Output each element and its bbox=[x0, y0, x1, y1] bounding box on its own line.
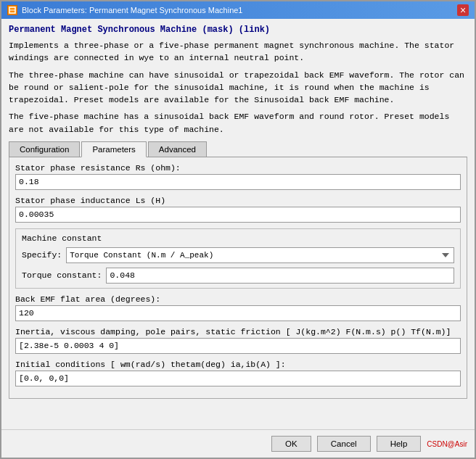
stator-resistance-input[interactable] bbox=[15, 174, 461, 190]
stator-resistance-label: Stator phase resistance Rs (ohm): bbox=[15, 163, 461, 173]
tab-configuration[interactable]: Configuration bbox=[9, 141, 80, 157]
initial-conditions-label: Initial conditions [ wm(rad/s) thetam(de… bbox=[15, 360, 461, 369]
inertia-input[interactable] bbox=[15, 338, 461, 354]
close-button[interactable]: × bbox=[457, 4, 469, 16]
stator-inductance-label: Stator phase inductance Ls (H) bbox=[15, 196, 461, 205]
machine-constant-title: Machine constant bbox=[22, 233, 454, 243]
torque-row: Torque constant: bbox=[22, 268, 454, 284]
inertia-group: Inertia, viscous damping, pole pairs, st… bbox=[15, 327, 461, 354]
tabs-container: Configuration Parameters Advanced bbox=[9, 141, 467, 157]
window-title: Block Parameters: Permanent Magnet Synch… bbox=[22, 6, 243, 15]
torque-label: Torque constant: bbox=[22, 270, 102, 280]
tab-advanced[interactable]: Advanced bbox=[148, 141, 207, 157]
back-emf-input[interactable] bbox=[15, 305, 461, 321]
bottom-buttons: OK Cancel Help CSDN@Asir bbox=[1, 429, 475, 458]
window-icon bbox=[7, 5, 17, 15]
torque-input[interactable] bbox=[106, 268, 454, 284]
back-emf-label: Back EMF flat area (degrees): bbox=[15, 294, 461, 304]
description-para2: The three-phase machine can have sinusoi… bbox=[9, 69, 467, 107]
params-panel: Stator phase resistance Rs (ohm): Stator… bbox=[9, 157, 467, 399]
watermark: CSDN@Asir bbox=[427, 440, 467, 448]
description-title: Permanent Magnet Synchronous Machine (ma… bbox=[9, 25, 467, 35]
inertia-label: Inertia, viscous damping, pole pairs, st… bbox=[15, 327, 461, 336]
help-button[interactable]: Help bbox=[377, 436, 422, 452]
description-para1: Implements a three-phase or a five-phase… bbox=[9, 39, 467, 65]
ok-button[interactable]: OK bbox=[271, 436, 311, 452]
stator-inductance-input[interactable] bbox=[15, 207, 461, 223]
specify-label: Specify: bbox=[22, 250, 62, 260]
back-emf-group: Back EMF flat area (degrees): bbox=[15, 294, 461, 321]
cancel-button[interactable]: Cancel bbox=[317, 436, 371, 452]
tab-parameters[interactable]: Parameters bbox=[81, 141, 146, 157]
machine-constant-box: Machine constant Specify: Torque Constan… bbox=[15, 228, 461, 289]
specify-row: Specify: Torque Constant (N.m / A_peak) … bbox=[22, 247, 454, 263]
specify-select[interactable]: Torque Constant (N.m / A_peak) Back EMF … bbox=[66, 247, 454, 263]
content-area: Permanent Magnet Synchronous Machine (ma… bbox=[1, 19, 475, 458]
stator-inductance-group: Stator phase inductance Ls (H) bbox=[15, 196, 461, 223]
main-window: Block Parameters: Permanent Magnet Synch… bbox=[0, 0, 476, 459]
title-bar: Block Parameters: Permanent Magnet Synch… bbox=[1, 1, 475, 19]
stator-resistance-group: Stator phase resistance Rs (ohm): bbox=[15, 163, 461, 190]
main-scroll[interactable]: Permanent Magnet Synchronous Machine (ma… bbox=[1, 19, 475, 429]
initial-conditions-group: Initial conditions [ wm(rad/s) thetam(de… bbox=[15, 360, 461, 386]
description-para3: The five-phase machine has a sinusoidal … bbox=[9, 110, 467, 136]
description-section: Permanent Magnet Synchronous Machine (ma… bbox=[9, 25, 467, 136]
initial-conditions-input[interactable] bbox=[15, 371, 461, 386]
title-bar-left: Block Parameters: Permanent Magnet Synch… bbox=[7, 5, 243, 15]
